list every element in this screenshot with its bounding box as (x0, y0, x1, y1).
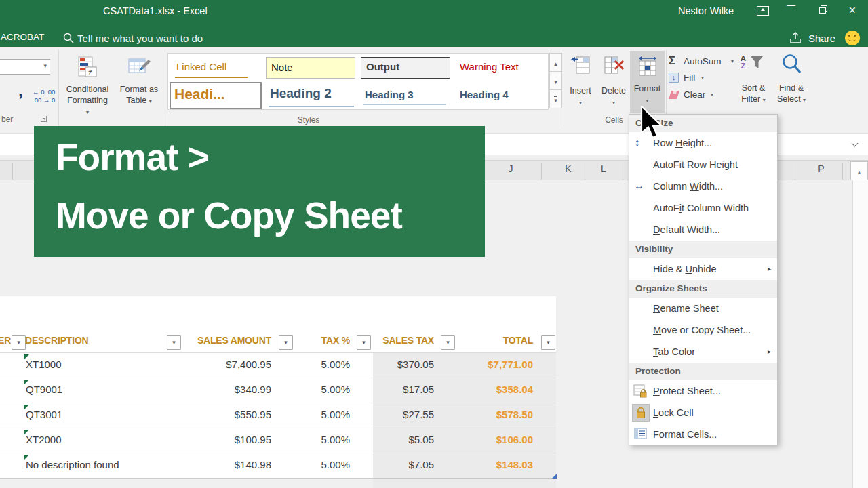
menu-item-format-cells[interactable]: Format Cells... (629, 424, 777, 445)
cell-sales-amount[interactable]: $100.95 (176, 434, 271, 445)
sort-filter-button[interactable]: AZ Sort & Filter ▾ (734, 52, 773, 110)
column-header-j[interactable]: J (503, 163, 518, 174)
cell-description[interactable]: QT9001 (26, 384, 62, 395)
restore-button[interactable] (819, 5, 827, 13)
cell-total[interactable]: $148.03 (452, 459, 533, 470)
cell-total[interactable]: $578.50 (452, 409, 533, 420)
cell-sales-amount[interactable]: $140.98 (176, 459, 271, 470)
divider (623, 163, 623, 180)
format-as-table-button[interactable]: Format as Table ▾ (114, 52, 164, 113)
menu-item-rename-sheet[interactable]: Rename Sheet (629, 298, 777, 319)
chevron-down-icon: ▾ (646, 98, 648, 104)
cell-tax[interactable]: 5.00% (292, 409, 350, 420)
table-header-partial: ER (0, 335, 11, 346)
styles-group-label: Styles (290, 115, 328, 125)
menu-section-organize-sheets: Organize Sheets (629, 280, 777, 298)
filter-button[interactable]: ▾ (541, 336, 555, 350)
filter-button[interactable]: ▾ (279, 336, 293, 350)
cell-sales-amount[interactable]: $340.99 (176, 384, 271, 395)
format-button-active[interactable]: Format ▾ (630, 51, 665, 113)
style-output[interactable]: Output (359, 56, 453, 81)
menu-item-autofit-column-width[interactable]: AutoFit Column Width (629, 197, 777, 219)
style-warning-text[interactable]: Warning Text (454, 56, 548, 81)
chevron-down-icon: ▾ (763, 97, 766, 103)
format-cells-icon (634, 428, 648, 441)
share-button[interactable]: Share (808, 33, 835, 44)
minimize-button[interactable]: — (787, 0, 795, 10)
chevron-down-icon: ▾ (579, 100, 582, 106)
cell-description[interactable]: No description found (26, 459, 119, 470)
style-heading-4[interactable]: Heading 4 (454, 83, 548, 109)
cell-sales-tax[interactable]: $27.55 (359, 409, 434, 420)
menu-item-column-width[interactable]: ↔ Column Width... (629, 176, 777, 197)
tab-acrobat[interactable]: ACROBAT (1, 32, 44, 42)
cell-sales-tax[interactable]: $5.05 (359, 434, 434, 445)
style-heading-2[interactable]: Heading 2 (264, 83, 358, 109)
cell-description[interactable]: XT2000 (26, 434, 62, 445)
feedback-smiley-button[interactable] (845, 30, 860, 45)
conditional-formatting-button[interactable]: ≠ Conditional Formatting ▾ (65, 52, 110, 113)
style-note[interactable]: Note (264, 56, 358, 81)
cell-tax[interactable]: 5.00% (292, 384, 350, 395)
column-header-p[interactable]: P (814, 163, 829, 174)
conditional-formatting-label: Conditional (66, 85, 109, 94)
gallery-scroll-up[interactable]: ▴ (549, 53, 562, 72)
find-select-button[interactable]: Find & Select ▾ (772, 52, 811, 110)
cell-description[interactable]: XT1000 (26, 359, 62, 370)
fill-button[interactable]: ↓ Fill ▾ (667, 72, 715, 85)
column-header-k[interactable]: K (561, 163, 576, 174)
cell-sales-amount[interactable]: $550.95 (176, 409, 271, 420)
filter-button[interactable]: ▾ (12, 336, 26, 350)
dialog-launcher-icon[interactable] (41, 116, 47, 122)
filter-button[interactable]: ▾ (441, 336, 455, 350)
banner-line-1: Format > (56, 136, 209, 179)
gallery-scroll-down[interactable]: ▾ (549, 71, 562, 90)
cell-total[interactable]: $358.04 (452, 384, 533, 395)
ribbon-display-options-button[interactable] (757, 6, 769, 16)
column-header-l[interactable]: L (596, 163, 611, 174)
gallery-more-button[interactable]: ▾ (549, 89, 562, 108)
cell-total[interactable]: $7,771.00 (452, 359, 533, 370)
style-linked-cell[interactable]: Linked Cell (170, 56, 263, 81)
menu-item-tab-color[interactable]: Tab Color ▸ (629, 341, 777, 363)
menu-item-autofit-row-height[interactable]: AutoFit Row Height (629, 154, 777, 176)
formula-bar-expand-icon[interactable] (852, 140, 859, 147)
lock-cell-icon (632, 404, 650, 422)
filter-arrow-icon: ▾ (284, 339, 288, 346)
clear-button[interactable]: Clear ▾ (667, 89, 722, 102)
cell-sales-tax[interactable]: $370.05 (359, 359, 434, 370)
style-label: Headi... (174, 86, 225, 102)
autosum-button[interactable]: Σ AutoSum ▾ (667, 54, 742, 69)
menu-item-lock-cell[interactable]: Lock Cell (629, 402, 777, 424)
number-format-dropdown[interactable]: ▾ (0, 59, 50, 75)
style-label: Warning Text (460, 61, 519, 73)
menu-item-move-or-copy-sheet[interactable]: Move or Copy Sheet... (629, 319, 777, 341)
decrease-decimal-button[interactable]: ←.0 .00 (33, 88, 55, 96)
gallery-up-icon: ▴ (554, 60, 557, 67)
menu-item-hide-unhide[interactable]: Hide & Unhide ▸ (629, 258, 777, 280)
table-resize-handle[interactable] (552, 474, 557, 479)
cell-sales-amount[interactable]: $7,400.95 (176, 359, 271, 370)
style-label: Output (366, 61, 399, 73)
style-heading-1-selected[interactable]: Headi... (170, 82, 262, 109)
cell-sales-tax[interactable]: $7.05 (359, 459, 434, 470)
insert-button[interactable]: Insert ▾ (566, 53, 595, 110)
filter-arrow-icon: ▾ (17, 339, 20, 346)
scroll-up-button[interactable]: ▲ (850, 161, 868, 180)
cell-description[interactable]: QT3001 (26, 409, 62, 420)
cell-tax[interactable]: 5.00% (292, 459, 350, 470)
increase-decimal-button[interactable]: .00 →.0 (33, 96, 55, 104)
comma-style-button[interactable]: , (18, 81, 23, 100)
menu-item-protect-sheet[interactable]: Protect Sheet... (629, 380, 777, 402)
cell-tax[interactable]: 5.00% (292, 359, 350, 370)
cell-sales-tax[interactable]: $17.05 (359, 384, 434, 395)
menu-item-default-width[interactable]: Default Width... (629, 219, 777, 241)
delete-button[interactable]: Delete ▾ (598, 53, 629, 110)
cell-tax[interactable]: 5.00% (292, 434, 350, 445)
close-button[interactable]: ✕ (848, 5, 856, 16)
scrollbar-track[interactable] (852, 180, 868, 488)
tell-me-box[interactable]: Tell me what you want to do (77, 33, 203, 44)
style-heading-3[interactable]: Heading 3 (359, 83, 453, 109)
cell-total[interactable]: $106.00 (452, 434, 533, 445)
chevron-down-icon: ▾ (612, 100, 615, 106)
